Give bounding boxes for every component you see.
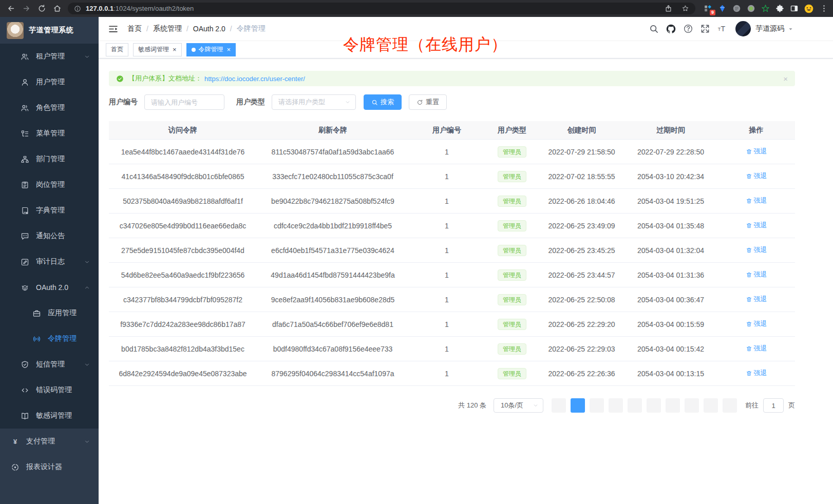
goto-page-input[interactable]: [763, 398, 784, 413]
page-button[interactable]: [571, 398, 585, 413]
extension-grid-icon[interactable]: 9: [703, 3, 713, 14]
bookmark-star-icon[interactable]: [681, 5, 689, 12]
user-type-select[interactable]: 请选择用户类型: [272, 94, 356, 110]
user-type-badge: 管理员: [498, 319, 526, 330]
extension-gem-icon[interactable]: [717, 3, 728, 14]
user-id-cell: 1: [409, 370, 485, 378]
browser-menu-icon[interactable]: [820, 4, 828, 13]
caret-down-icon[interactable]: [787, 26, 794, 32]
breadcrumb-item[interactable]: 首页 /: [127, 24, 153, 33]
side-panel-icon[interactable]: [789, 3, 800, 14]
extension-green-star-icon[interactable]: [760, 3, 771, 14]
home-icon: [53, 4, 62, 13]
sidebar-item[interactable]: 错误码管理: [0, 377, 99, 403]
sidebar-item[interactable]: 令牌管理: [0, 326, 99, 352]
extension-gray-circle-icon[interactable]: [731, 3, 742, 14]
user-avatar[interactable]: [735, 21, 751, 36]
view-tab[interactable]: 首页: [106, 43, 128, 56]
app-logo-bar[interactable]: 芋道管理系统: [0, 17, 99, 44]
breadcrumb-item[interactable]: OAuth 2.0 /: [193, 25, 237, 33]
page-button[interactable]: [723, 398, 737, 413]
sidebar-item[interactable]: 报表设计器: [0, 454, 99, 480]
force-logout-button[interactable]: 强退: [746, 295, 767, 304]
page-button[interactable]: [590, 398, 604, 413]
page-size-select[interactable]: 10条/页: [494, 398, 543, 413]
sidebar-item[interactable]: ¥ 支付管理: [0, 429, 99, 454]
force-logout-button[interactable]: 强退: [746, 319, 767, 328]
sidebar-item[interactable]: 审计日志: [0, 249, 99, 275]
site-info-icon[interactable]: [74, 5, 81, 12]
sidebar-item[interactable]: 用户管理: [0, 69, 99, 95]
force-logout-button[interactable]: 强退: [746, 221, 767, 230]
address-bar[interactable]: 127.0.0.1:1024/system/oauth2/token: [68, 3, 695, 14]
sidebar-item[interactable]: 角色管理: [0, 95, 99, 121]
expire-time-cell: 2054-03-04 00:36:47: [624, 296, 717, 304]
refresh-token-cell: e6cfd40eb1f54571a31e775e039c4624: [257, 246, 409, 255]
search-icon[interactable]: [649, 24, 659, 34]
browser-home-button[interactable]: [49, 2, 65, 15]
profile-avatar-icon[interactable]: [803, 3, 814, 14]
page-button[interactable]: [609, 398, 623, 413]
action-cell: 强退: [717, 319, 795, 329]
user-id-input[interactable]: [144, 94, 224, 110]
page-button[interactable]: [685, 398, 699, 413]
view-tab[interactable]: 令牌管理 ×: [186, 43, 236, 56]
browser-reload-button[interactable]: [34, 2, 49, 15]
tab-close-icon[interactable]: ×: [173, 46, 177, 53]
page-button[interactable]: [647, 398, 661, 413]
sidebar-item[interactable]: 部门管理: [0, 146, 99, 172]
sidebar-item[interactable]: OAuth 2.0: [0, 275, 99, 300]
share-icon[interactable]: [665, 5, 672, 12]
table-row: c347026e805e4d99b0d116eae66eda8c cdfc4ce…: [109, 214, 795, 238]
force-logout-button[interactable]: 强退: [746, 270, 767, 279]
view-tab[interactable]: 敏感词管理 ×: [133, 43, 182, 56]
force-logout-button[interactable]: 强退: [746, 245, 767, 255]
sidebar-item[interactable]: 菜单管理: [0, 121, 99, 146]
tab-label: 令牌管理: [199, 45, 223, 54]
tab-label: 首页: [111, 45, 123, 54]
navbar-actions: TT 芋道源码: [642, 21, 794, 36]
sidebar-collapse-icon[interactable]: [108, 24, 119, 34]
page-button[interactable]: [666, 398, 680, 413]
reset-button[interactable]: 重置: [409, 94, 447, 110]
extension-green-circle-icon[interactable]: [746, 3, 756, 14]
fullscreen-icon[interactable]: [700, 24, 710, 34]
sidebar-item[interactable]: 短信管理: [0, 352, 99, 377]
force-logout-button[interactable]: 强退: [746, 171, 767, 181]
sidebar-item[interactable]: 应用管理: [0, 300, 99, 326]
force-logout-button[interactable]: 强退: [746, 369, 767, 378]
breadcrumb-item[interactable]: 令牌管理: [237, 24, 266, 33]
force-logout-button[interactable]: 强退: [746, 344, 767, 353]
access-token-cell: c347026e805e4d99b0d116eae66eda8c: [109, 222, 257, 230]
page-button[interactable]: [704, 398, 718, 413]
tab-close-icon[interactable]: ×: [227, 46, 231, 53]
extensions-puzzle-icon[interactable]: [774, 3, 785, 14]
force-logout-button[interactable]: 强退: [746, 196, 767, 205]
page-button[interactable]: [552, 398, 566, 413]
user-type-cell: 管理员: [485, 269, 539, 281]
menu-item-icon: [21, 232, 29, 241]
browser-forward-button[interactable]: [18, 2, 34, 15]
sidebar-item[interactable]: 敏感词管理: [0, 403, 99, 429]
menu-item-icon: [21, 360, 29, 369]
access-token-cell: 275e5de9151045fe87cbdc395e004f4d: [109, 246, 257, 255]
sidebar-item[interactable]: 字典管理: [0, 198, 99, 223]
alert-close-icon[interactable]: ×: [783, 74, 788, 83]
user-name[interactable]: 芋道源码: [755, 24, 784, 33]
sidebar-item[interactable]: 通知公告: [0, 223, 99, 249]
sidebar-item[interactable]: 租户管理: [0, 44, 99, 69]
force-logout-button[interactable]: 强退: [746, 147, 767, 156]
help-icon[interactable]: [683, 24, 693, 34]
refresh-token-cell: 333ecfc71e02480cb11055c875c3ca0f: [257, 172, 409, 181]
github-icon[interactable]: [666, 24, 676, 34]
sidebar-item[interactable]: 岗位管理: [0, 172, 99, 198]
font-size-icon[interactable]: TT: [717, 24, 727, 34]
breadcrumb-item[interactable]: 系统管理 /: [153, 24, 193, 33]
page-button[interactable]: [628, 398, 642, 413]
doc-link[interactable]: https://doc.iocoder.cn/user-center/: [204, 75, 305, 83]
reset-refresh-icon: [416, 99, 423, 106]
browser-back-button[interactable]: [3, 2, 18, 15]
sidebar: 芋道管理系统 租户管理 用户管理: [0, 17, 99, 504]
search-button[interactable]: 搜索: [364, 94, 402, 110]
access-token-cell: 6d842e2924594de9a09e45e087323abe: [109, 370, 257, 378]
